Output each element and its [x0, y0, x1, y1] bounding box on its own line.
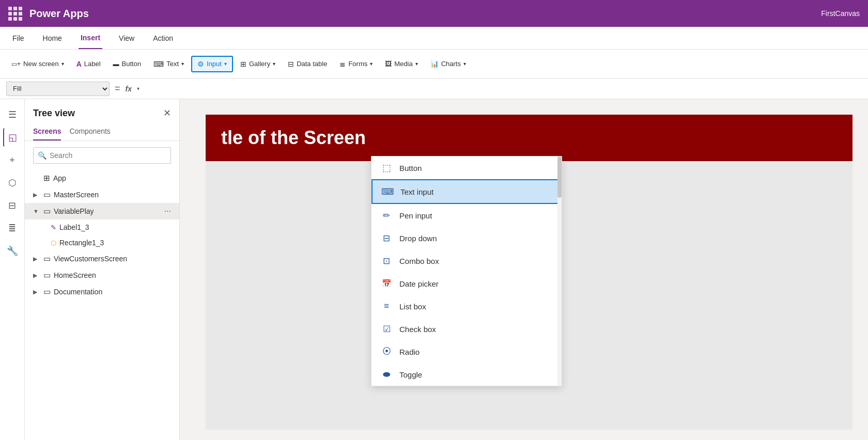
tree-item-rectangle1-3[interactable]: ⬡ Rectangle1_3 — [25, 235, 179, 250]
dropdown-item-button[interactable]: Button — [371, 156, 562, 179]
forms-button[interactable]: Forms ▾ — [334, 57, 378, 71]
textinput-dropdown-icon — [382, 186, 393, 197]
app-icon: ⊞ — [43, 174, 50, 183]
menu-home[interactable]: Home — [41, 27, 64, 49]
forms-icon — [339, 60, 346, 68]
input-icon — [197, 60, 204, 68]
tree-item-masterscreen[interactable]: ▶ ▭ MasterScreen — [25, 186, 179, 203]
radio-dropdown-icon — [381, 346, 392, 357]
new-screen-button[interactable]: New screen ▾ — [6, 57, 69, 71]
canvas-red-bar: tle of the Screen — [206, 115, 853, 161]
pen-dropdown-icon — [381, 210, 392, 221]
sidebar-icon-menu[interactable]: ☰ — [3, 105, 22, 124]
gallery-icon — [240, 60, 246, 68]
canvas-title-text: tle of the Screen — [221, 127, 366, 149]
search-input[interactable] — [50, 148, 166, 163]
equals-sign: = — [115, 83, 120, 94]
formula-bar: Fill = fx ▾ — [0, 78, 868, 99]
tree-item-documentation[interactable]: ▶ ▭ Documentation — [25, 284, 179, 300]
checkbox-dropdown-icon — [381, 323, 392, 335]
dots-menu-icon[interactable]: ··· — [164, 207, 171, 216]
dropdown-item-date-picker[interactable]: Date picker — [371, 272, 562, 295]
sidebar-icon-data[interactable]: ⬡ — [3, 174, 22, 192]
sidebar-icon-add[interactable]: + — [3, 151, 22, 169]
tree-item-label1-3[interactable]: ✎ Label1_3 — [25, 219, 179, 235]
dropdown-dropdown-icon — [381, 232, 392, 244]
menu-view[interactable]: View — [117, 27, 136, 49]
app-title: Power Apps — [29, 8, 89, 20]
tree-panel: Tree view ✕ Screens Components 🔍 ⊞ App ▶… — [25, 99, 180, 440]
menu-insert[interactable]: Insert — [79, 27, 102, 49]
input-button[interactable]: Input ▾ — [191, 56, 233, 72]
dropdown-item-list-box[interactable]: List box — [371, 295, 562, 318]
dropdown-item-drop-down[interactable]: Drop down — [371, 227, 562, 249]
masterscreen-icon: ▭ — [43, 190, 51, 199]
input-dropdown-menu: Button Text input Pen input — [371, 156, 562, 386]
dropdown-item-pen-input[interactable]: Pen input — [371, 204, 562, 227]
tree-item-variableplay[interactable]: ▼ ▭ VariablePlay ··· — [25, 203, 179, 219]
charts-button[interactable]: Charts ▾ — [425, 57, 471, 71]
tree-view-title: Tree view — [33, 108, 75, 119]
button-icon — [113, 60, 119, 68]
tree-item-homescreen[interactable]: ▶ ▭ HomeScreen — [25, 267, 179, 284]
sidebar-icon-tools[interactable]: 🔧 — [3, 242, 22, 260]
dropdown-item-check-box[interactable]: Check box — [371, 318, 562, 340]
sidebar-icons: ☰ ◱ + ⬡ ⊟ ≣ 🔧 — [0, 99, 25, 440]
viewcustomers-icon: ▭ — [43, 254, 51, 263]
media-button[interactable]: Media ▾ — [380, 57, 423, 71]
variableplay-icon: ▭ — [43, 207, 51, 216]
combobox-dropdown-icon — [381, 255, 392, 266]
documentation-icon: ▭ — [43, 287, 51, 296]
search-icon: 🔍 — [38, 151, 47, 160]
label-item-icon: ✎ — [51, 224, 56, 231]
search-box: 🔍 — [33, 147, 171, 164]
listbox-dropdown-icon — [381, 301, 392, 312]
dropdown-scroll-area: Button Text input Pen input — [371, 156, 562, 386]
main-layout: ☰ ◱ + ⬡ ⊟ ≣ 🔧 Tree view ✕ Screens Compon… — [0, 99, 868, 440]
dropdown-item-radio[interactable]: Radio — [371, 340, 562, 363]
dropdown-item-text-input[interactable]: Text input — [371, 179, 562, 204]
text-button[interactable]: Text ▾ — [148, 57, 189, 71]
waffle-icon[interactable] — [8, 7, 22, 21]
charts-icon — [430, 60, 439, 68]
sidebar-icon-variables[interactable]: ≣ — [3, 219, 22, 238]
toolbar: New screen ▾ Label Button Text ▾ Input ▾… — [0, 50, 868, 78]
homescreen-icon: ▭ — [43, 271, 51, 280]
close-icon[interactable]: ✕ — [163, 107, 171, 119]
menu-file[interactable]: File — [10, 27, 26, 49]
text-icon — [153, 60, 164, 68]
button-button[interactable]: Button — [108, 57, 147, 71]
scrollbar-thumb[interactable] — [557, 156, 562, 198]
label-icon — [76, 60, 82, 68]
data-table-button[interactable]: Data table — [283, 57, 332, 71]
label-button[interactable]: Label — [71, 57, 106, 71]
sidebar-icon-connections[interactable]: ⊟ — [3, 196, 22, 215]
top-bar: Power Apps FirstCanvas — [0, 0, 868, 27]
dropdown-item-toggle[interactable]: Toggle — [371, 363, 562, 386]
scrollbar-track — [557, 156, 562, 386]
tree-tabs: Screens Components — [25, 123, 179, 141]
button-dropdown-icon — [381, 162, 392, 174]
canvas-area: tle of the Screen Button Text input — [180, 99, 868, 440]
rect-item-icon: ⬡ — [51, 239, 56, 247]
data-table-icon — [288, 60, 294, 68]
canvas-name: FirstCanvas — [821, 9, 860, 18]
gallery-button[interactable]: Gallery ▾ — [235, 57, 281, 71]
fx-label: fx — [126, 85, 132, 93]
chevron-down-icon: ▾ — [137, 86, 140, 91]
new-screen-icon — [11, 60, 21, 68]
menu-bar: File Home Insert View Action — [0, 27, 868, 50]
menu-action[interactable]: Action — [151, 27, 175, 49]
tree-item-app[interactable]: ⊞ App — [25, 170, 179, 186]
dropdown-item-combo-box[interactable]: Combo box — [371, 249, 562, 272]
tree-item-viewcustomers[interactable]: ▶ ▭ ViewCustomersScreen — [25, 250, 179, 267]
media-icon — [385, 60, 392, 68]
toggle-dropdown-icon — [381, 369, 392, 380]
tab-screens[interactable]: Screens — [33, 123, 61, 140]
property-select[interactable]: Fill — [6, 82, 110, 96]
tree-items: ⊞ App ▶ ▭ MasterScreen ▼ ▭ VariablePlay … — [25, 170, 179, 440]
sidebar-icon-layers[interactable]: ◱ — [3, 128, 22, 147]
datepicker-dropdown-icon — [381, 278, 392, 289]
tree-header: Tree view ✕ — [25, 99, 179, 123]
tab-components[interactable]: Components — [69, 123, 110, 140]
